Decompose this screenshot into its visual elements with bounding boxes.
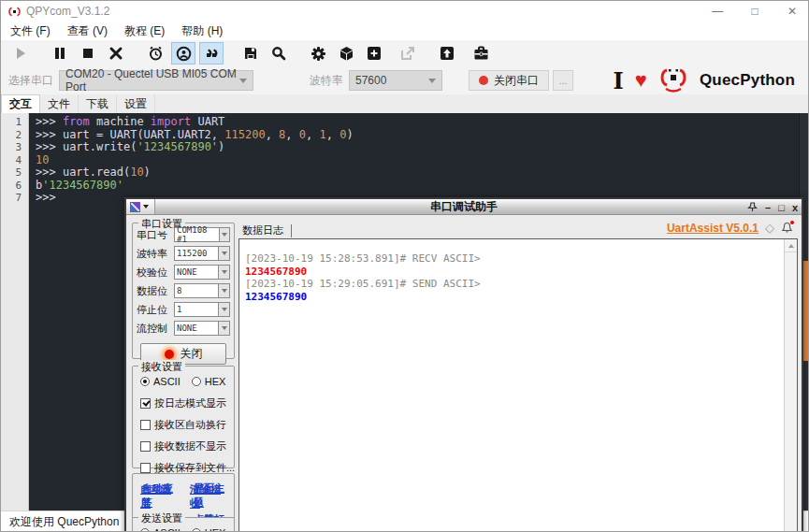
baud-select-value: 57600 bbox=[355, 74, 386, 87]
gear-icon[interactable] bbox=[306, 42, 330, 65]
window-controls: — □ ✕ bbox=[711, 1, 799, 22]
uart-window-title: 串口调试助手 bbox=[126, 199, 802, 215]
scroll-up-button[interactable] bbox=[785, 239, 797, 252]
tab-interact[interactable]: 交互 bbox=[1, 94, 40, 113]
status-text: 欢迎使用 QuecPython bbox=[9, 514, 119, 530]
baud-label: 波特率 bbox=[310, 73, 343, 89]
uartassist-version-link[interactable]: UartAssist V5.0.1 bbox=[667, 222, 758, 235]
parity-select[interactable]: NONE bbox=[174, 265, 230, 280]
close-port-button[interactable]: 关闭串口 bbox=[469, 70, 549, 91]
quote-icon[interactable] bbox=[199, 42, 224, 65]
tab-file[interactable]: 文件 bbox=[40, 94, 79, 113]
uart-window-controls: – □ x bbox=[747, 199, 798, 215]
hide-data-label: 接收数据不显示 bbox=[154, 440, 226, 452]
checkbox-icon bbox=[140, 441, 151, 452]
pin-icon[interactable] bbox=[747, 202, 758, 212]
main-tabs: 交互 文件 下载 设置 bbox=[1, 94, 808, 113]
external-link-icon[interactable] bbox=[396, 42, 420, 65]
more-options-button[interactable]: ... bbox=[553, 70, 573, 91]
tab-data-log[interactable]: 数据日志 bbox=[238, 222, 291, 240]
recv-format-radios: ASCII HEX bbox=[140, 372, 228, 389]
menu-bar: 文件 (F) 查看 (V) 教程 (E) 帮助 (H) bbox=[1, 22, 808, 40]
flow-control-label: 流控制 bbox=[137, 322, 174, 336]
serial-settings-group: 串口设置 串口号COM108 #1 波特率115200 校验位NONE 数据位8… bbox=[132, 223, 235, 359]
uart-minimize-button[interactable]: – bbox=[765, 202, 771, 213]
port-select[interactable]: COM20 - Quectel USB MI05 COM Port bbox=[59, 70, 253, 91]
port-number-select[interactable]: COM108 #1 bbox=[174, 227, 230, 242]
stop-bits-select[interactable]: 1 bbox=[174, 302, 230, 317]
close-button[interactable]: ✕ bbox=[786, 5, 799, 18]
auto-wrap-checkbox[interactable]: 接收区自动换行 bbox=[140, 415, 228, 432]
flow-control-select[interactable]: NONE bbox=[174, 321, 230, 336]
data-log-area[interactable]: [2023-10-19 15:28:53.891]# RECV ASCII>12… bbox=[238, 238, 798, 532]
uart-close-button[interactable]: x bbox=[792, 202, 798, 213]
tab-settings[interactable]: 设置 bbox=[117, 94, 155, 113]
radio-icon bbox=[140, 377, 150, 386]
save-icon[interactable] bbox=[238, 42, 263, 65]
send-settings-group: 发送设置 ASCII HEX bbox=[132, 517, 235, 532]
hide-data-checkbox[interactable]: 接收数据不显示 bbox=[140, 437, 228, 453]
minimize-button[interactable]: — bbox=[711, 5, 724, 18]
log-line: [2023-10-19 15:28:53.891]# RECV ASCII> bbox=[245, 252, 778, 266]
tab-divider bbox=[291, 224, 292, 237]
uart-title-bar[interactable]: 串口调试助手 – □ x bbox=[126, 199, 802, 215]
package-icon[interactable] bbox=[334, 42, 358, 65]
log-scrollbar[interactable] bbox=[784, 239, 797, 532]
parity-label: 校验位 bbox=[137, 266, 174, 280]
theme-link[interactable]: 界面主题 bbox=[194, 482, 234, 510]
uart-maximize-button[interactable]: □ bbox=[778, 202, 785, 213]
diamond-icon[interactable]: ◇ bbox=[765, 221, 774, 235]
terminal-code[interactable]: >>> from machine import UART>>> uart = U… bbox=[36, 116, 354, 205]
radio-icon bbox=[192, 528, 201, 532]
bell-icon[interactable] bbox=[781, 222, 794, 235]
baud-rate-value: 115200 bbox=[177, 249, 208, 258]
search-icon[interactable] bbox=[267, 42, 291, 65]
save-to-file-label: 接收保存到文件... bbox=[154, 462, 235, 473]
alarm-clock-icon[interactable] bbox=[143, 42, 167, 65]
menu-file[interactable]: 文件 (F) bbox=[10, 23, 51, 39]
send-hex-label: HEX bbox=[205, 527, 226, 532]
add-plus-icon[interactable] bbox=[362, 42, 386, 65]
terminal-line: >>> uart = UART(UART.UART2, 115200, 8, 0… bbox=[36, 129, 354, 142]
terminal-line: >>> from machine import UART bbox=[36, 116, 354, 129]
checkbox-icon bbox=[140, 463, 151, 473]
version-bar: UartAssist V5.0.1 ◇ bbox=[667, 221, 794, 235]
chevron-down-icon bbox=[218, 284, 229, 297]
close-x-icon[interactable] bbox=[104, 42, 128, 65]
menu-view[interactable]: 查看 (V) bbox=[67, 23, 108, 39]
chevron-down-icon bbox=[218, 303, 229, 316]
log-mode-checkbox[interactable]: 按日志模式显示 bbox=[140, 394, 228, 410]
terminal-line: >>> uart.read(10) bbox=[36, 166, 354, 180]
auto-reply-link[interactable]: 自动应答 bbox=[142, 482, 182, 510]
chevron-down-icon bbox=[239, 79, 247, 83]
maximize-button[interactable]: □ bbox=[748, 5, 761, 18]
radio-icon bbox=[192, 377, 201, 386]
send-hex-radio[interactable]: HEX bbox=[192, 524, 226, 532]
stop-icon[interactable] bbox=[76, 42, 100, 65]
line-number: 1 bbox=[1, 116, 22, 129]
baud-rate-select[interactable]: 115200 bbox=[174, 246, 230, 261]
recv-ascii-radio[interactable]: ASCII bbox=[140, 372, 181, 389]
log-content: [2023-10-19 15:28:53.891]# RECV ASCII>12… bbox=[245, 252, 778, 303]
select-port-label: 选择串口 bbox=[8, 73, 53, 89]
toolbox-icon[interactable] bbox=[469, 42, 493, 65]
baud-select[interactable]: 57600 bbox=[349, 70, 442, 91]
notification-dot bbox=[790, 221, 794, 224]
field-row: 数据位8 bbox=[137, 283, 230, 298]
repl-person-icon[interactable] bbox=[171, 42, 195, 65]
terminal-line: b'1234567890' bbox=[36, 180, 354, 193]
brand-i: I bbox=[614, 67, 624, 94]
recv-hex-radio[interactable]: HEX bbox=[192, 372, 226, 389]
pause-icon[interactable] bbox=[48, 42, 72, 65]
log-line: [2023-10-19 15:29:05.691]# SEND ASCII> bbox=[245, 278, 778, 291]
play-icon[interactable] bbox=[8, 42, 33, 65]
tab-download[interactable]: 下载 bbox=[79, 94, 117, 113]
port-bar: 选择串口 COM20 - Quectel USB MI05 COM Port 波… bbox=[1, 66, 808, 94]
uart-port-status-dot bbox=[165, 350, 174, 359]
app-logo-icon bbox=[8, 6, 21, 18]
log-line: 1234567890 bbox=[245, 266, 778, 279]
menu-tutorial[interactable]: 教程 (E) bbox=[124, 23, 165, 39]
data-bits-select[interactable]: 8 bbox=[174, 283, 230, 298]
upload-icon[interactable] bbox=[435, 42, 459, 65]
menu-help[interactable]: 帮助 (H) bbox=[181, 23, 223, 39]
